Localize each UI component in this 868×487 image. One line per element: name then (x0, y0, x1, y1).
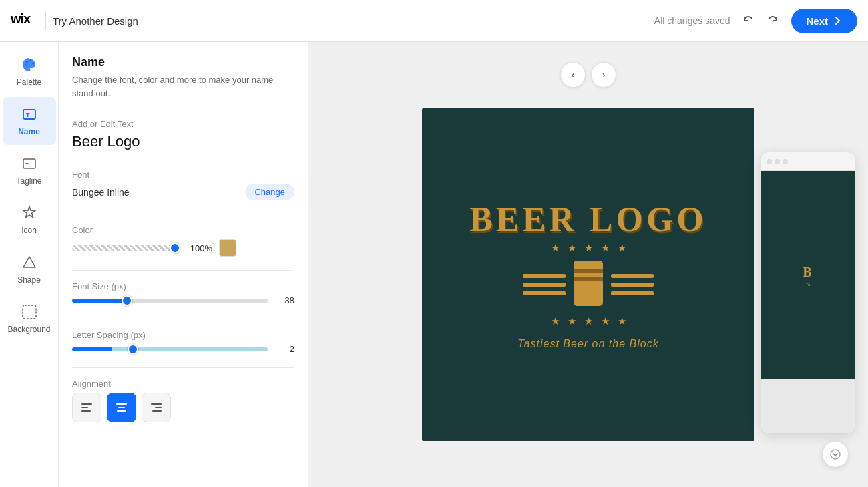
color-slider-track[interactable] (72, 245, 179, 251)
stars-top: ★ ★ ★ ★ ★ (551, 242, 626, 254)
line-right-2 (611, 283, 654, 287)
sidebar-item-name[interactable]: T Name (3, 97, 56, 145)
svg-point-1 (25, 64, 27, 66)
line-left-3 (523, 291, 566, 295)
header-title: Try Another Design (53, 15, 138, 27)
star-10: ★ (618, 315, 626, 327)
side-preview: B Ta (761, 152, 855, 433)
header-divider (45, 11, 46, 30)
svg-rect-21 (574, 277, 603, 281)
font-size-slider-row: 38 (72, 295, 294, 305)
font-row: Bungee Inline Change (72, 184, 294, 200)
svg-rect-12 (81, 410, 91, 412)
logo-canvas: BEER LOGO ★ ★ ★ ★ ★ (422, 108, 754, 441)
sidebar-label-shape: Shape (17, 275, 41, 285)
letter-spacing-slider-row: 2 (72, 344, 294, 354)
change-font-button[interactable]: Change (245, 184, 294, 200)
font-label: Font (72, 170, 294, 180)
star-6: ★ (551, 315, 560, 327)
canvas-area: ‹ › BEER LOGO ★ ★ ★ ★ ★ (308, 42, 868, 487)
star-9: ★ (601, 315, 610, 327)
sidebar-label-background: Background (7, 325, 50, 334)
preview-tagline: Ta (806, 283, 810, 287)
lines-right (611, 274, 654, 295)
undo-redo-group (738, 10, 783, 31)
wix-logo: wix (11, 11, 39, 30)
color-label: Color (72, 225, 294, 235)
sidebar-item-shape[interactable]: Shape (3, 245, 56, 293)
font-size-label: Font Size (px) (72, 281, 294, 291)
nav-arrows: ‹ › (560, 62, 616, 88)
side-preview-content: B Ta (761, 171, 855, 379)
svg-text:T: T (26, 112, 30, 118)
preview-dot-1 (767, 159, 772, 164)
letter-spacing-section: Letter Spacing (px) 2 (72, 330, 294, 354)
svg-rect-20 (574, 269, 603, 273)
star-8: ★ (584, 315, 593, 327)
svg-point-22 (831, 450, 840, 459)
star-4: ★ (601, 242, 610, 254)
line-right-3 (611, 291, 654, 295)
sidebar-item-background[interactable]: Background (3, 295, 56, 343)
letter-spacing-value: 2 (274, 344, 294, 354)
sidebar-item-tagline[interactable]: T Tagline (3, 146, 56, 194)
side-preview-bottom (761, 379, 855, 433)
svg-point-2 (26, 61, 28, 63)
preview-dot-3 (783, 159, 788, 164)
beer-cup-icon (570, 258, 607, 311)
letter-spacing-label: Letter Spacing (px) (72, 330, 294, 340)
scroll-down-indicator[interactable] (823, 442, 848, 467)
divider-color (72, 270, 294, 271)
text-field-section: Add or Edit Text Beer Logo (72, 119, 294, 156)
font-size-slider[interactable] (72, 299, 268, 303)
options-header: Name Change the font, color and more to … (59, 42, 308, 108)
alignment-label: Alignment (72, 379, 294, 389)
sidebar-label-icon: Icon (21, 226, 37, 235)
star-5: ★ (618, 242, 626, 254)
svg-rect-11 (81, 407, 88, 408)
star-2: ★ (568, 242, 576, 254)
undo-button[interactable] (738, 10, 759, 31)
text-value[interactable]: Beer Logo (72, 133, 294, 156)
font-name: Bungee Inline (72, 187, 130, 198)
font-size-section: Font Size (px) 38 (72, 281, 294, 305)
font-size-value: 38 (274, 295, 294, 305)
font-section: Font Bungee Inline Change (72, 170, 294, 200)
header: wix Try Another Design All changes saved… (0, 0, 868, 42)
sidebar-item-icon[interactable]: Icon (3, 196, 56, 244)
align-right-button[interactable] (142, 393, 171, 422)
redo-button[interactable] (762, 10, 783, 31)
sidebar-label-name: Name (18, 127, 40, 136)
preview-logo-text: B (803, 265, 813, 280)
stars-bottom: ★ ★ ★ ★ ★ (551, 315, 626, 327)
logo-area: wix Try Another Design (11, 11, 138, 30)
panel-title: Name (72, 55, 294, 69)
letter-spacing-slider[interactable] (72, 347, 268, 351)
align-left-button[interactable] (72, 393, 101, 422)
star-3: ★ (584, 242, 593, 254)
logo-main-text: BEER LOGO (469, 200, 707, 239)
next-arrow[interactable]: › (591, 62, 616, 88)
sidebar-label-tagline: Tagline (16, 176, 41, 186)
svg-text:wix: wix (11, 11, 31, 26)
divider-spacing (72, 367, 294, 368)
next-button[interactable]: Next (791, 9, 857, 33)
star-7: ★ (568, 315, 576, 327)
icon-sidebar: Palette T Name T Tagline Icon (0, 42, 59, 487)
add-edit-label: Add or Edit Text (72, 119, 294, 129)
prev-arrow[interactable]: ‹ (560, 62, 586, 88)
main-content: Palette T Name T Tagline Icon (0, 42, 868, 487)
alignment-row (72, 393, 294, 422)
align-center-button[interactable] (107, 393, 136, 422)
svg-rect-18 (152, 410, 162, 412)
svg-rect-9 (23, 305, 36, 319)
line-left-2 (523, 283, 566, 287)
color-swatch[interactable] (219, 239, 236, 257)
alignment-section: Alignment (72, 379, 294, 422)
svg-point-3 (29, 60, 31, 62)
options-body: Add or Edit Text Beer Logo Font Bungee I… (59, 108, 308, 487)
sidebar-item-palette[interactable]: Palette (3, 47, 56, 96)
options-panel: Name Change the font, color and more to … (59, 42, 308, 487)
svg-rect-19 (574, 261, 603, 306)
svg-rect-13 (116, 403, 127, 405)
